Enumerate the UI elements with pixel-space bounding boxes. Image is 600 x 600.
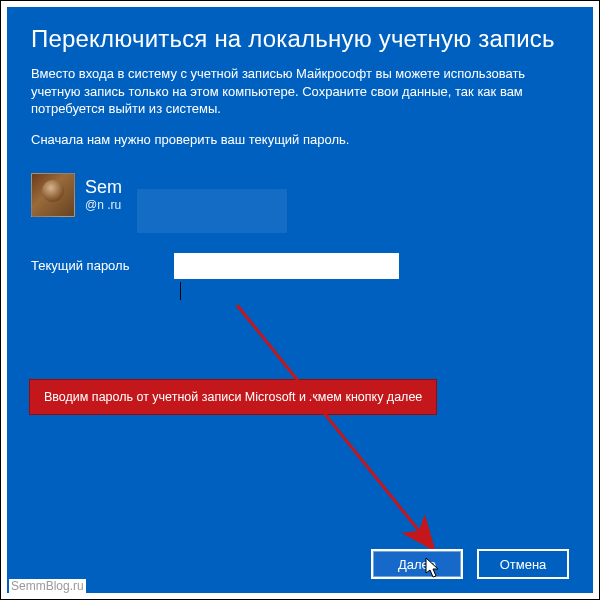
page-title: Переключиться на локальную учетную запис…: [31, 25, 569, 53]
user-name: Sem: [85, 177, 122, 199]
watermark: SemmBlog.ru: [9, 579, 86, 593]
description-text-2: Сначала нам нужно проверить ваш текущий …: [31, 132, 569, 147]
password-input[interactable]: [174, 253, 399, 279]
cancel-button[interactable]: Отмена: [477, 549, 569, 579]
avatar: [31, 173, 75, 217]
description-text: Вместо входа в систему с учетной записью…: [31, 65, 569, 118]
password-row: Текущий пароль: [31, 253, 569, 279]
text-caret: [180, 282, 181, 300]
user-text: Sem @n .ru: [85, 177, 122, 213]
next-button[interactable]: Далее: [371, 549, 463, 579]
user-email: @n .ru: [85, 198, 122, 212]
password-label: Текущий пароль: [31, 258, 156, 273]
dialog-screen: Переключиться на локальную учетную запис…: [7, 7, 593, 593]
annotation-callout: Вводим пароль от учетной записи Microsof…: [29, 379, 437, 415]
window-frame: Переключиться на локальную учетную запис…: [0, 0, 600, 600]
svg-line-0: [237, 305, 432, 547]
button-bar: Далее Отмена: [371, 549, 569, 579]
user-info: Sem @n .ru: [31, 173, 569, 217]
